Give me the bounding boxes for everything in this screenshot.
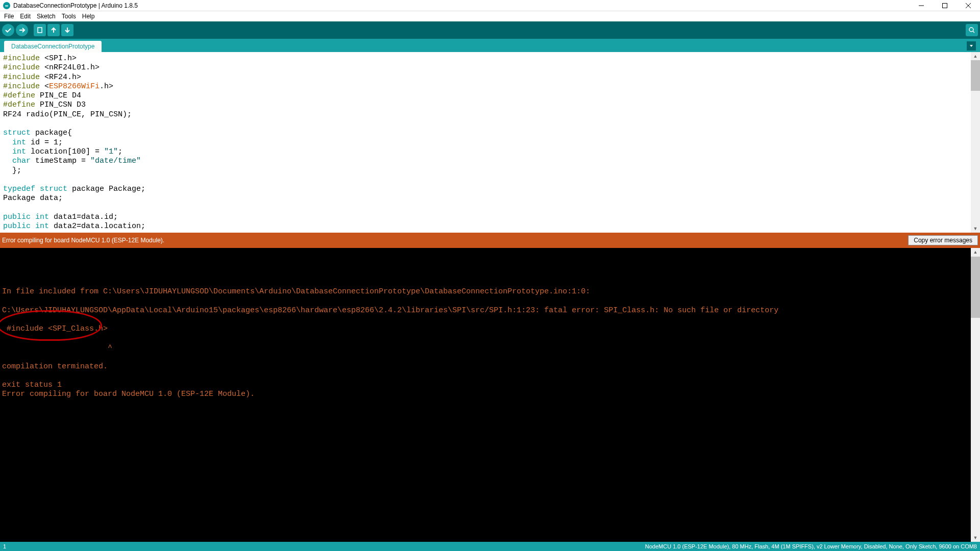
compile-error-summary: Error compiling for board NodeMCU 1.0 (E…	[2, 237, 164, 244]
scroll-up-icon[interactable]: ▲	[971, 248, 980, 256]
menu-sketch[interactable]: Sketch	[34, 12, 59, 21]
footer-status: 1 NodeMCU 1.0 (ESP-12E Module), 80 MHz, …	[0, 542, 980, 551]
svg-point-5	[969, 28, 973, 32]
console-panel: In file included from C:\Users\JIDUHAYLU…	[0, 248, 980, 542]
verify-button[interactable]	[2, 24, 14, 36]
footer-line-number: 1	[3, 543, 6, 549]
maximize-button[interactable]	[933, 0, 957, 11]
scroll-up-icon[interactable]: ▲	[971, 52, 980, 60]
svg-rect-4	[38, 28, 42, 33]
close-button[interactable]	[957, 0, 980, 11]
scroll-thumb[interactable]	[971, 257, 980, 318]
menubar: File Edit Sketch Tools Help	[0, 11, 980, 21]
svg-line-6	[973, 31, 974, 33]
console-scrollbar[interactable]: ▲ ▼	[971, 248, 980, 542]
new-button[interactable]	[34, 24, 46, 36]
compile-status-bar: Error compiling for board NodeMCU 1.0 (E…	[0, 233, 980, 248]
toolbar	[0, 21, 980, 39]
menu-tools[interactable]: Tools	[59, 12, 79, 21]
app-icon: ∞	[3, 2, 10, 9]
window-title: DatabaseConnectionPrototype | Arduino 1.…	[13, 2, 138, 9]
tab-sketch[interactable]: DatabaseConnectionPrototype	[4, 41, 102, 52]
serial-monitor-button[interactable]	[966, 24, 978, 36]
minimize-button[interactable]	[910, 0, 933, 11]
window-titlebar: ∞ DatabaseConnectionPrototype | Arduino …	[0, 0, 980, 11]
console-text: In file included from C:\Users\JIDUHAYLU…	[2, 287, 778, 398]
svg-rect-1	[943, 3, 947, 8]
upload-button[interactable]	[16, 24, 28, 36]
menu-edit[interactable]: Edit	[17, 12, 34, 21]
scroll-thumb[interactable]	[971, 60, 980, 91]
console-output[interactable]: In file included from C:\Users\JIDUHAYLU…	[0, 248, 971, 542]
tab-menu-button[interactable]	[967, 41, 976, 51]
menu-file[interactable]: File	[1, 12, 17, 21]
scroll-down-icon[interactable]: ▼	[971, 224, 980, 233]
window-controls	[910, 0, 980, 11]
code-text[interactable]: #include <SPI.h> #include <nRF24L01.h> #…	[0, 52, 971, 233]
editor-scrollbar[interactable]: ▲ ▼	[971, 52, 980, 233]
code-editor[interactable]: #include <SPI.h> #include <nRF24L01.h> #…	[0, 52, 980, 233]
open-button[interactable]	[47, 24, 60, 36]
tabbar: DatabaseConnectionPrototype	[0, 39, 980, 52]
menu-help[interactable]: Help	[79, 12, 98, 21]
save-button[interactable]	[61, 24, 74, 36]
copy-error-button[interactable]: Copy error messages	[908, 235, 978, 245]
footer-board-info: NodeMCU 1.0 (ESP-12E Module), 80 MHz, Fl…	[645, 543, 977, 549]
scroll-down-icon[interactable]: ▼	[971, 534, 980, 542]
